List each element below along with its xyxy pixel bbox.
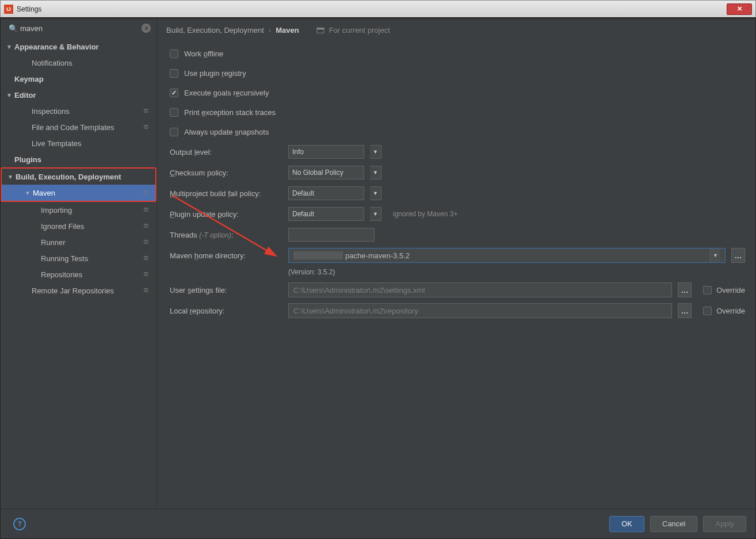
threads-label: Threads (-T option): [170,231,282,239]
help-button[interactable]: ? [13,518,26,530]
tree-item-repositories[interactable]: Repositories⧉ [1,266,156,282]
expand-icon: ▼ [25,190,33,196]
checksum-policy-select[interactable]: No Global Policy [288,166,364,179]
tree-item-ignored-files[interactable]: Ignored Files⧉ [1,218,156,234]
copy-profile-icon[interactable]: ⧉ [144,107,152,115]
breadcrumb-root[interactable]: Build, Execution, Deployment [166,26,264,35]
copy-profile-icon[interactable]: ⧉ [143,189,151,197]
maven-version-text: (Version: 3.5.2) [170,268,745,276]
user-settings-override-checkbox[interactable] [703,286,712,295]
search-input[interactable] [20,24,142,33]
tree-item-editor[interactable]: ▼Editor [1,87,156,103]
tree-item-label: Plugins [14,155,156,164]
user-settings-browse-button[interactable]: … [678,282,692,297]
plugin-update-label: Plugin update policy: [170,210,282,219]
tree-item-label: File and Code Templates [32,123,144,132]
tree-item-label: Build, Execution, Deployment [16,173,155,181]
titlebar: IJ Settings ✕ [0,0,756,17]
sidebar: 🔍 ✕ ▼Appearance & BehaviorNotificationsK… [1,18,157,509]
maven-home-combo[interactable]: pache-maven-3.5.2 ▼ [288,248,726,263]
copy-profile-icon[interactable]: ⧉ [144,254,152,262]
output-level-select[interactable]: Info [288,145,364,159]
chevron-right-icon: › [269,26,271,35]
search-icon: 🔍 [9,24,18,33]
highlight-box: ▼Build, Execution, Deployment▼Maven⧉ [1,167,156,202]
copy-profile-icon[interactable]: ⧉ [144,286,152,295]
project-hint: For current project [329,26,390,35]
use-plugin-registry-checkbox[interactable] [170,69,178,78]
tree-item-file-and-code-templates[interactable]: File and Code Templates⧉ [1,119,156,135]
tree-item-label: Repositories [41,270,144,279]
project-icon [316,26,324,35]
expand-icon: ▼ [6,92,14,98]
multiproject-fail-select[interactable]: Default [288,186,364,200]
window-title: Settings [17,5,727,13]
settings-tree[interactable]: ▼Appearance & BehaviorNotificationsKeyma… [1,36,156,509]
cancel-button[interactable]: Cancel [650,516,697,532]
tree-item-label: Runner [41,238,144,247]
tree-item-live-templates[interactable]: Live Templates [1,135,156,151]
tree-item-keymap[interactable]: Keymap [1,71,156,87]
tree-item-remote-jar-repositories[interactable]: Remote Jar Repositories⧉ [1,282,156,299]
redacted-path-prefix [293,251,343,259]
tree-item-label: Notifications [32,59,156,67]
copy-profile-icon[interactable]: ⧉ [144,222,152,230]
dropdown-arrow-icon[interactable]: ▼ [370,207,381,221]
tree-item-inspections[interactable]: Inspections⧉ [1,103,156,119]
search-clear-button[interactable]: ✕ [142,24,151,33]
search-wrap: 🔍 ✕ [1,18,156,36]
tree-item-label: Live Templates [32,139,156,148]
copy-profile-icon[interactable]: ⧉ [144,238,152,246]
tree-item-label: Ignored Files [41,222,144,231]
maven-form: Work offline Use plugin registry Execute… [157,40,755,321]
maven-home-label: Maven home directory: [170,251,282,260]
local-repo-browse-button[interactable]: … [678,303,692,318]
tree-item-maven[interactable]: ▼Maven⧉ [2,185,155,201]
tree-item-running-tests[interactable]: Running Tests⧉ [1,250,156,266]
dialog-footer: ? OK Cancel Apply [1,509,755,538]
local-repo-input[interactable]: C:\Users\Administrator\.m2\repository [288,303,672,318]
tree-item-appearance-behavior[interactable]: ▼Appearance & Behavior [1,39,156,55]
plugin-update-hint: ignored by Maven 3+ [393,210,457,218]
local-repo-override-label: Override [716,307,745,315]
apply-button[interactable]: Apply [703,516,746,532]
dropdown-arrow-icon[interactable]: ▼ [370,186,381,200]
maven-home-browse-button[interactable]: … [731,248,745,263]
breadcrumb-leaf: Maven [276,26,299,35]
copy-profile-icon[interactable]: ⧉ [144,123,152,131]
dropdown-arrow-icon[interactable]: ▼ [370,145,381,159]
tree-item-label: Appearance & Behavior [14,43,156,51]
print-exception-checkbox[interactable] [170,108,178,117]
dropdown-arrow-icon[interactable]: ▼ [710,249,720,262]
tree-item-importing[interactable]: Importing⧉ [1,202,156,218]
window-close-button[interactable]: ✕ [727,3,752,15]
tree-item-label: Keymap [14,75,156,83]
checksum-policy-label: Checksum policy: [170,169,282,177]
threads-input[interactable] [288,228,375,242]
print-exception-label: Print exception stack traces [184,108,276,117]
always-update-label: Always update snapshots [184,128,269,136]
tree-item-label: Running Tests [41,254,144,263]
local-repo-override-checkbox[interactable] [703,307,712,315]
copy-profile-icon[interactable]: ⧉ [144,270,152,278]
tree-item-build-execution-deployment[interactable]: ▼Build, Execution, Deployment [2,169,155,185]
work-offline-label: Work offline [184,49,223,58]
ok-button[interactable]: OK [609,516,644,532]
svg-rect-1 [317,28,324,29]
dropdown-arrow-icon[interactable]: ▼ [370,166,381,179]
tree-item-runner[interactable]: Runner⧉ [1,234,156,250]
execute-goals-label: Execute goals recursively [184,89,269,97]
tree-item-label: Editor [14,91,156,100]
work-offline-checkbox[interactable] [170,49,178,58]
tree-item-notifications[interactable]: Notifications [1,55,156,71]
breadcrumb: Build, Execution, Deployment › Maven For… [157,18,755,40]
plugin-update-select[interactable]: Default [288,207,364,221]
use-plugin-registry-label: Use plugin registry [184,69,246,78]
execute-goals-checkbox[interactable] [170,89,178,97]
tree-item-label: Remote Jar Repositories [32,286,144,295]
copy-profile-icon[interactable]: ⧉ [144,206,152,214]
user-settings-input[interactable]: C:\Users\Administrator\.m2\settings.xml [288,282,672,297]
tree-item-plugins[interactable]: Plugins [1,151,156,167]
always-update-checkbox[interactable] [170,128,178,136]
maven-home-value: pache-maven-3.5.2 [345,251,710,260]
